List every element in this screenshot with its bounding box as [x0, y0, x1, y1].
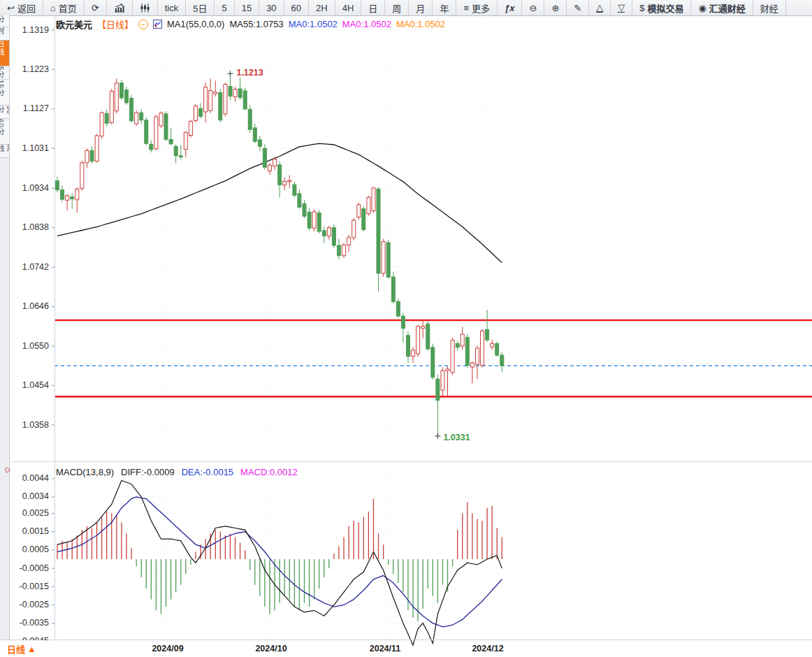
- candle: [288, 180, 291, 182]
- candle: [253, 128, 256, 141]
- candle: [377, 189, 380, 274]
- candle: [470, 363, 474, 367]
- candle: [396, 302, 400, 317]
- candle: [263, 148, 266, 167]
- axis-tick-label: 1.0742: [0, 262, 49, 272]
- candle: [85, 150, 89, 163]
- ma55-value: MA55:1.0753: [229, 19, 283, 29]
- candle: [312, 212, 316, 229]
- axis-tick-label: 1.0550: [0, 341, 49, 351]
- axis-tick-label: 0.0025: [0, 508, 49, 518]
- axis-tick-label: 1.1031: [0, 143, 49, 153]
- candle: [214, 92, 217, 94]
- candle: [219, 92, 222, 120]
- candle: [293, 185, 296, 195]
- ma-settings: MA1(55,0,0,0): [167, 19, 224, 29]
- candle: [145, 120, 148, 144]
- x-axis-month-label: 2024/10: [247, 644, 296, 654]
- candle: [303, 204, 306, 217]
- candle: [189, 122, 192, 136]
- candle: [80, 163, 84, 189]
- axis-tick-label: -0.0035: [0, 618, 49, 628]
- candle: [451, 340, 454, 373]
- candle: [441, 370, 444, 390]
- candle: [436, 379, 440, 400]
- candle: [426, 324, 430, 349]
- candle: [372, 188, 375, 211]
- ma0-value-blue: MA0:1.0502: [289, 19, 338, 29]
- candle: [342, 245, 346, 256]
- axis-tick-label: -0.0015: [0, 582, 49, 591]
- candle: [461, 334, 464, 346]
- annotation-cross: [227, 71, 233, 76]
- candle: [352, 220, 356, 238]
- candle: [159, 113, 163, 126]
- candle: [229, 87, 232, 96]
- candle: [238, 89, 242, 97]
- annotation-cross: [435, 433, 440, 439]
- candle: [184, 132, 187, 149]
- candle: [194, 106, 198, 121]
- axis-tick-label: 0.0044: [0, 473, 49, 483]
- collapse-indicator-icon[interactable]: −: [138, 20, 148, 29]
- candle: [332, 228, 335, 245]
- brightness-icon[interactable]: ☼: [3, 463, 13, 474]
- mini-chart-icon[interactable]: [153, 20, 162, 29]
- axis-tick-label: 0.0015: [0, 526, 49, 536]
- symbol-name: 欧元美元: [56, 17, 92, 31]
- candle: [476, 348, 479, 364]
- candle: [174, 146, 177, 156]
- candle: [125, 90, 129, 103]
- axis-tick-label: 1.0838: [0, 222, 49, 232]
- candle: [75, 189, 79, 200]
- candle: [71, 197, 74, 199]
- macd-legend: MACD(13,8,9) DIFF:-0.0009 DEA:-0.0015 MA…: [56, 467, 298, 477]
- candle: [446, 369, 449, 370]
- axis-tick-label: 1.1127: [0, 103, 49, 113]
- candle: [248, 110, 252, 130]
- axis-tick-label: -0.0005: [0, 563, 49, 573]
- candle: [169, 139, 173, 144]
- candle: [243, 91, 247, 109]
- axis-tick-label: 1.0934: [0, 183, 49, 193]
- candle: [481, 331, 484, 365]
- candle: [431, 347, 435, 377]
- chart-canvas[interactable]: [0, 0, 812, 657]
- candle: [140, 113, 143, 120]
- candle: [347, 238, 351, 245]
- ma0-value-magenta: MA0:1.0502: [342, 19, 391, 29]
- candle: [61, 190, 64, 200]
- candle: [486, 330, 489, 340]
- high-price-annotation: 1.1213: [236, 68, 263, 78]
- candle: [204, 87, 208, 112]
- macd-params: MACD(13,8,9): [56, 467, 114, 477]
- trading-app-window: ↩返回⌂首页⟳tick5日51530602H4H日周月年≡更多ƒx⊖⊕✎△▽$模…: [0, 0, 812, 657]
- period-indicator-label: 日线: [7, 642, 25, 656]
- candle: [382, 242, 385, 273]
- candle: [367, 197, 370, 214]
- candle: [90, 150, 94, 161]
- macd-value: MACD:0.0012: [240, 467, 298, 477]
- candle: [412, 350, 415, 356]
- ma0-value-orange: MA0:1.0502: [396, 19, 445, 29]
- dea-value: DEA:-0.0015: [182, 467, 233, 477]
- axis-tick-label: 0.0005: [0, 544, 49, 554]
- triangle-up-icon: ▲: [27, 644, 36, 654]
- candle: [115, 83, 118, 111]
- period-indicator[interactable]: 日线 ▲: [0, 640, 61, 657]
- candle: [491, 344, 494, 347]
- candle: [357, 205, 361, 217]
- candle: [224, 85, 227, 114]
- candle: [278, 165, 282, 185]
- candle: [327, 228, 331, 236]
- axis-tick-label: 1.1223: [0, 64, 49, 74]
- candle: [407, 335, 410, 356]
- candle: [391, 277, 395, 301]
- candle: [322, 231, 326, 236]
- x-axis-month-label: 2024/09: [143, 644, 192, 654]
- ma55-line: [57, 143, 502, 262]
- candle: [273, 159, 277, 166]
- candle: [95, 136, 99, 161]
- low-price-annotation: 1.0331: [443, 433, 470, 442]
- candle: [56, 181, 59, 190]
